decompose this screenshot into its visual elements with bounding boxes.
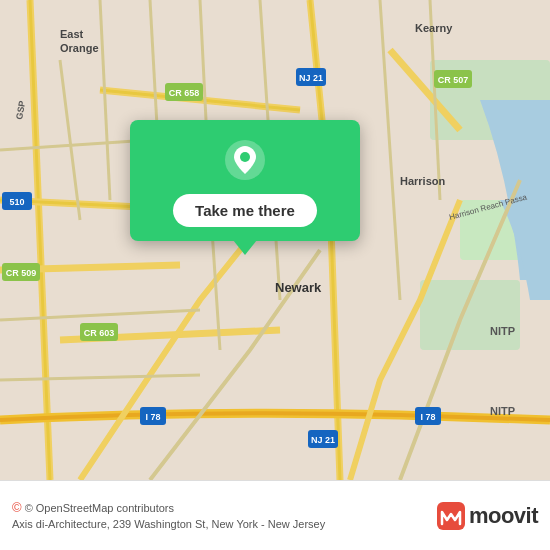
svg-text:CR 603: CR 603 [84,328,115,338]
svg-text:CR 509: CR 509 [6,268,37,278]
svg-text:Kearny: Kearny [415,22,453,34]
svg-text:NJ 21: NJ 21 [311,435,335,445]
moovit-wordmark: moovit [469,503,538,529]
svg-text:Harrison: Harrison [400,175,446,187]
location-pin-icon [223,138,267,182]
svg-text:CR 507: CR 507 [438,75,469,85]
svg-text:I 78: I 78 [145,412,160,422]
svg-text:Orange: Orange [60,42,99,54]
map-container: CR 658 NJ 21 CR 507 510 CR 509 CR 603 NJ… [0,0,550,480]
svg-text:CR 658: CR 658 [169,88,200,98]
heart-icon: © [12,500,22,515]
svg-text:NJ 21: NJ 21 [299,73,323,83]
svg-text:NITP: NITP [490,325,515,337]
svg-text:510: 510 [9,197,24,207]
svg-text:I 78: I 78 [420,412,435,422]
popup-card[interactable]: Take me there [130,120,360,241]
moovit-logo: moovit [437,502,538,530]
moovit-m-icon [437,502,465,530]
bottom-bar: © © OpenStreetMap contributors Axis di-A… [0,480,550,550]
osm-copyright: © © OpenStreetMap contributors [12,502,174,514]
copyright-label: © OpenStreetMap contributors [25,502,174,514]
address-text: Axis di-Architecture, 239 Washington St,… [12,518,325,530]
take-me-there-button[interactable]: Take me there [173,194,317,227]
svg-text:Newark: Newark [275,280,322,295]
svg-text:NITP: NITP [490,405,515,417]
copyright-text: © © OpenStreetMap contributors Axis di-A… [12,499,437,533]
svg-point-33 [240,152,250,162]
svg-rect-2 [420,280,520,350]
svg-text:East: East [60,28,84,40]
